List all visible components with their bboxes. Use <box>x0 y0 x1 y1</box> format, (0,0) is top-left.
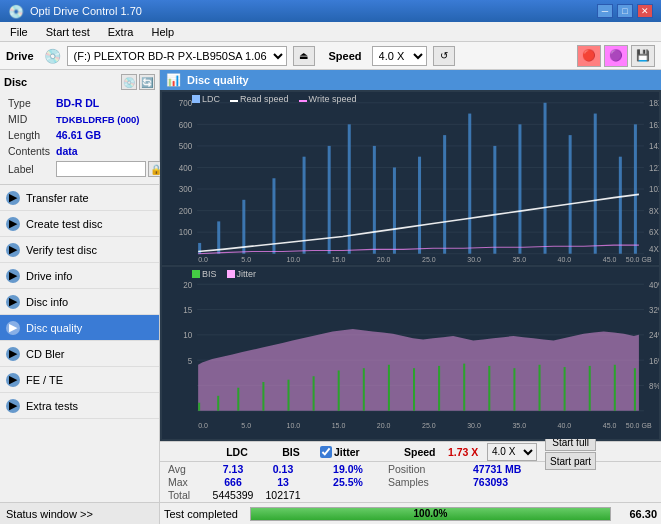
nav-cd-bler[interactable]: ▶ CD Bler <box>0 341 159 367</box>
svg-text:500: 500 <box>179 141 193 151</box>
bottom-chart: BIS Jitter 20 15 10 5 <box>162 267 659 440</box>
svg-rect-35 <box>468 114 471 254</box>
max-ldc: 666 <box>208 476 258 488</box>
svg-text:24%: 24% <box>649 329 659 340</box>
svg-text:40.0: 40.0 <box>558 255 572 264</box>
svg-text:20.0: 20.0 <box>377 255 391 264</box>
disc-refresh-button[interactable]: 🔄 <box>139 74 155 90</box>
svg-text:15: 15 <box>183 304 192 315</box>
svg-rect-28 <box>303 157 306 254</box>
menu-file[interactable]: File <box>6 26 32 38</box>
drive-eject-button[interactable]: ⏏ <box>293 46 315 66</box>
svg-text:5.0: 5.0 <box>241 255 251 264</box>
svg-text:50.0 GB: 50.0 GB <box>626 255 652 264</box>
svg-rect-76 <box>313 376 315 411</box>
svg-text:18X: 18X <box>649 98 659 108</box>
svg-rect-86 <box>564 367 566 411</box>
svg-text:5.0: 5.0 <box>241 420 251 430</box>
svg-text:8%: 8% <box>649 380 659 391</box>
svg-text:40.0: 40.0 <box>558 420 572 430</box>
disc-icon-button[interactable]: 💿 <box>121 74 137 90</box>
svg-text:35.0: 35.0 <box>512 255 526 264</box>
svg-text:45.0: 45.0 <box>603 255 617 264</box>
mid-value: TDKBLDRFB (000) <box>54 112 166 126</box>
right-panel: 📊 Disc quality LDC Read speed Write spee… <box>160 70 661 524</box>
svg-rect-81 <box>438 365 440 410</box>
read-icon-button[interactable]: 🔴 <box>577 45 601 67</box>
contents-label: Contents <box>6 144 52 158</box>
total-bis: 102171 <box>258 489 308 501</box>
close-button[interactable]: ✕ <box>637 4 653 18</box>
menu-help[interactable]: Help <box>147 26 178 38</box>
samples-label: Samples <box>388 476 473 488</box>
chart-header: 📊 Disc quality <box>160 70 661 90</box>
svg-text:0.0: 0.0 <box>198 420 208 430</box>
svg-text:600: 600 <box>179 119 193 129</box>
nav-disc-quality[interactable]: ▶ Disc quality <box>0 315 159 341</box>
svg-text:10.0: 10.0 <box>287 420 301 430</box>
bottom-chart-svg: 20 15 10 5 40% 32% 24% 16% 8% <box>162 267 659 440</box>
menubar: File Start test Extra Help <box>0 22 661 42</box>
svg-text:40%: 40% <box>649 279 659 290</box>
svg-text:5: 5 <box>188 355 193 366</box>
nav-create-test-disc[interactable]: ▶ Create test disc <box>0 211 159 237</box>
write-icon-button[interactable]: 🟣 <box>604 45 628 67</box>
svg-text:10X: 10X <box>649 184 659 194</box>
svg-rect-82 <box>463 363 465 410</box>
svg-rect-89 <box>634 368 636 411</box>
nav-verify-test-disc[interactable]: ▶ Verify test disc <box>0 237 159 263</box>
speed-label: Speed <box>329 50 362 62</box>
save-icon-button[interactable]: 💾 <box>631 45 655 67</box>
speed-select[interactable]: 4.0 X <box>372 46 427 66</box>
label-label: Label <box>6 160 52 178</box>
status-window-button[interactable]: Status window >> <box>0 502 159 524</box>
svg-rect-34 <box>443 135 446 254</box>
nav-disc-info[interactable]: ▶ Disc info <box>0 289 159 315</box>
max-label: Max <box>168 476 208 488</box>
titlebar: 💿 Opti Drive Control 1.70 ─ □ ✕ <box>0 0 661 22</box>
menu-start-test[interactable]: Start test <box>42 26 94 38</box>
disc-info-icon: ▶ <box>6 295 20 309</box>
drive-label: Drive <box>6 50 34 62</box>
chart-icon: 📊 <box>166 73 181 87</box>
avg-jitter: 19.0% <box>308 463 388 475</box>
nav-drive-info[interactable]: ▶ Drive info <box>0 263 159 289</box>
nav-transfer-rate[interactable]: ▶ Transfer rate <box>0 185 159 211</box>
nav-list: ▶ Transfer rate ▶ Create test disc ▶ Ver… <box>0 185 159 419</box>
jitter-checkbox[interactable] <box>320 446 332 458</box>
drive-toolbar: Drive 💿 (F:) PLEXTOR BD-R PX-LB950SA 1.0… <box>0 42 661 70</box>
drive-select[interactable]: (F:) PLEXTOR BD-R PX-LB950SA 1.06 <box>67 46 287 66</box>
svg-text:700: 700 <box>179 98 193 108</box>
svg-rect-88 <box>614 364 616 410</box>
refresh-button[interactable]: ↺ <box>433 46 455 66</box>
svg-rect-77 <box>338 370 340 410</box>
maximize-button[interactable]: □ <box>617 4 633 18</box>
verify-test-disc-icon: ▶ <box>6 243 20 257</box>
minimize-button[interactable]: ─ <box>597 4 613 18</box>
svg-rect-41 <box>619 157 622 254</box>
disc-section: Disc 💿 🔄 Type BD-R DL MID TDKBLDRFB (000… <box>0 70 159 185</box>
bottom-bar: Test completed 100.0% 66.30 <box>160 502 661 524</box>
status-text: Test completed <box>164 508 244 520</box>
total-ldc: 5445399 <box>208 489 258 501</box>
svg-rect-84 <box>513 368 515 411</box>
speed-select[interactable]: 4.0 X <box>487 443 537 461</box>
svg-rect-38 <box>544 103 547 254</box>
stats-area: LDC BIS Jitter Speed 1.73 X 4.0 X Start … <box>160 441 661 502</box>
svg-rect-83 <box>488 365 490 410</box>
svg-rect-87 <box>589 365 591 410</box>
nav-extra-tests[interactable]: ▶ Extra tests <box>0 393 159 419</box>
svg-rect-32 <box>393 167 396 253</box>
menu-extra[interactable]: Extra <box>104 26 138 38</box>
svg-rect-40 <box>594 114 597 254</box>
progress-text: 100.0% <box>251 508 610 520</box>
speed-display: 66.30 <box>617 508 657 520</box>
nav-fe-te[interactable]: ▶ FE / TE <box>0 367 159 393</box>
label-input[interactable] <box>56 161 146 177</box>
svg-rect-79 <box>388 364 390 410</box>
svg-text:10.0: 10.0 <box>287 255 301 264</box>
svg-text:8X: 8X <box>649 206 659 216</box>
svg-text:15.0: 15.0 <box>332 255 346 264</box>
svg-text:0.0: 0.0 <box>198 255 208 264</box>
svg-rect-42 <box>634 124 637 253</box>
